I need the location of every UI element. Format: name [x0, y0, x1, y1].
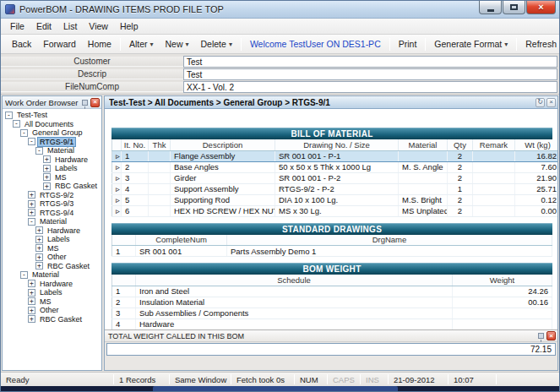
status-ready: Ready	[1, 375, 113, 384]
tree-node[interactable]: -Material	[3, 217, 101, 226]
tree-node[interactable]: -Material	[3, 270, 101, 280]
total-weight-field[interactable]: 72.15	[106, 343, 556, 356]
collapse-icon[interactable]: -	[28, 138, 35, 145]
table-row[interactable]: 1 SR 001 001 Parts Assembly Demo 1	[112, 246, 552, 257]
maximize-button[interactable]	[503, 1, 525, 14]
col-material: Material	[399, 139, 448, 150]
expand-icon[interactable]: +	[43, 182, 51, 190]
breadcrumb: Test-Test > All Documents > General Grou…	[109, 98, 534, 107]
menu-file[interactable]: File	[4, 19, 30, 33]
expand-icon[interactable]: +	[35, 244, 43, 252]
pin-icon[interactable]	[538, 333, 544, 339]
tree-node[interactable]: +RTGS-9/3	[3, 199, 101, 209]
status-num: NUM	[295, 375, 327, 384]
row-arrow-icon[interactable]: ▹	[112, 150, 122, 161]
row-arrow-icon[interactable]: ▹	[112, 194, 122, 205]
tables-scroll-area[interactable]: BILL OF MATERIAL It. No. Thk Description…	[105, 109, 557, 329]
expand-icon[interactable]: +	[28, 209, 35, 216]
tree-node[interactable]: -Material	[3, 146, 101, 155]
expand-icon[interactable]: +	[43, 165, 51, 172]
print-button[interactable]: Print	[393, 36, 423, 52]
table-row[interactable]: 3 Sub Assemblies / Components	[112, 308, 552, 318]
filenumcomp-field[interactable]: XX-1 - Vol. 2	[183, 81, 557, 93]
minimize-button[interactable]	[479, 1, 502, 14]
table-row[interactable]: ▹ 3 GirderSR 001 001 - P-2 2 21.90	[112, 172, 558, 183]
expand-icon[interactable]: +	[28, 200, 35, 208]
tree-node-selected[interactable]: -RTGS-9/1	[3, 138, 101, 147]
menu-help[interactable]: Help	[114, 19, 144, 33]
expand-icon[interactable]: +	[35, 253, 43, 261]
tree-node[interactable]: +RTGS-9/4	[3, 209, 101, 218]
title-bar[interactable]: PowerBOM - DRAWING ITEMS PROD FILE TOP ×	[1, 1, 559, 19]
tree-node[interactable]: +Labels	[3, 235, 101, 244]
tree-node[interactable]: +MS	[3, 297, 101, 307]
tree-node[interactable]: -General Group	[3, 128, 101, 138]
tree-node[interactable]: -Test-Test	[3, 111, 101, 120]
row-arrow-icon[interactable]: ▹	[112, 183, 122, 194]
tree-node[interactable]: +RBC Gasket	[3, 315, 101, 324]
table-row[interactable]: 1 Iron and Steel 24.26	[112, 286, 552, 297]
refresh-icon[interactable]: ↻	[536, 98, 545, 107]
bom-table: It. No. Thk Description Drawing No. / Si…	[111, 139, 557, 217]
expand-icon[interactable]: +	[28, 289, 35, 297]
expand-icon[interactable]: +	[28, 315, 35, 323]
table-row[interactable]: 2 Insulation Material 00.16	[112, 297, 552, 308]
expand-icon[interactable]: +	[43, 173, 51, 181]
collapse-icon[interactable]: -	[35, 147, 43, 155]
forward-button[interactable]: Forward	[37, 36, 82, 52]
tree-node[interactable]: +Other	[3, 306, 101, 315]
tree-node[interactable]: -All Documents	[3, 120, 101, 129]
tree-node[interactable]: +RBC Gasket	[3, 182, 101, 191]
expand-icon[interactable]: +	[28, 191, 35, 199]
descrip-field[interactable]: Test	[183, 68, 557, 80]
menu-view[interactable]: View	[83, 19, 114, 33]
new-dropdown[interactable]: New▾	[159, 36, 194, 52]
expand-icon[interactable]: +	[35, 226, 43, 234]
collapse-icon[interactable]: -	[5, 112, 13, 119]
expand-icon[interactable]: +	[28, 280, 35, 287]
document-close-icon[interactable]: ×	[546, 98, 556, 107]
expand-icon[interactable]: +	[28, 297, 35, 305]
tree-node[interactable]: +Hardware	[3, 280, 101, 289]
alter-dropdown[interactable]: Alter▾	[123, 36, 160, 52]
expand-icon[interactable]: +	[35, 236, 43, 243]
expand-icon[interactable]: +	[35, 262, 43, 270]
collapse-icon[interactable]: -	[20, 271, 28, 279]
collapse-icon[interactable]: -	[28, 218, 35, 226]
collapse-icon[interactable]: -	[20, 129, 28, 137]
table-row[interactable]: ▹ 5 Supporting RodDIA 10 x 100 Lg. M.S. …	[112, 194, 558, 205]
menu-list[interactable]: List	[57, 19, 83, 33]
tree-node[interactable]: +Hardware	[3, 155, 101, 165]
table-row[interactable]: ▹ 6 HEX HD SCREW / HEX NUTMS x 30 Lg. MS…	[112, 205, 558, 216]
delete-dropdown[interactable]: Delete▾	[195, 36, 238, 52]
pin-icon[interactable]	[82, 100, 88, 106]
expand-icon[interactable]: +	[43, 155, 51, 163]
table-row[interactable]: ▹ 2 Base Angles50 x 50 x 5 Thk x 1000 Lg…	[112, 161, 558, 172]
row-arrow-icon[interactable]: ▹	[112, 161, 122, 172]
tree-node[interactable]: +Labels	[3, 288, 101, 297]
collapse-icon[interactable]: -	[13, 120, 20, 128]
panel-close-button[interactable]: ×	[90, 98, 100, 107]
tree-node[interactable]: +MS	[3, 173, 101, 182]
generate-format-dropdown[interactable]: Generate Format▾	[428, 36, 514, 52]
table-row[interactable]: 4 Hardware	[112, 318, 552, 329]
panel-close-button[interactable]: ×	[546, 331, 556, 340]
refresh-button[interactable]: Refresh	[519, 36, 560, 52]
tree-node[interactable]: +MS	[3, 244, 101, 253]
table-row[interactable]: ▹ 4 Support AssemblyRTGS-9/2 - P-2 1 25.…	[112, 183, 558, 194]
back-button[interactable]: Back	[6, 36, 37, 52]
row-arrow-icon[interactable]: ▹	[112, 205, 122, 216]
row-arrow-icon[interactable]: ▹	[112, 172, 122, 183]
tree-node[interactable]: +RTGS-9/2	[3, 191, 101, 200]
tree-node[interactable]: +RBC Gasket	[3, 262, 101, 271]
close-button[interactable]: ×	[526, 1, 556, 14]
home-button[interactable]: Home	[82, 36, 117, 52]
tree-node[interactable]: +Other	[3, 253, 101, 262]
tree-node[interactable]: +Hardware	[3, 226, 101, 236]
tree-node[interactable]: +Labels	[3, 164, 101, 173]
table-row-selected[interactable]: ▹ 1 Flange AssemblySR 001 001 - P-1 2 16…	[112, 150, 558, 161]
expand-icon[interactable]: +	[28, 307, 35, 314]
work-order-browser-panel: Work Order Browser × -Test-Test -All Doc…	[2, 95, 102, 371]
customer-field[interactable]: Test	[183, 56, 557, 68]
menu-edit[interactable]: Edit	[30, 19, 57, 33]
